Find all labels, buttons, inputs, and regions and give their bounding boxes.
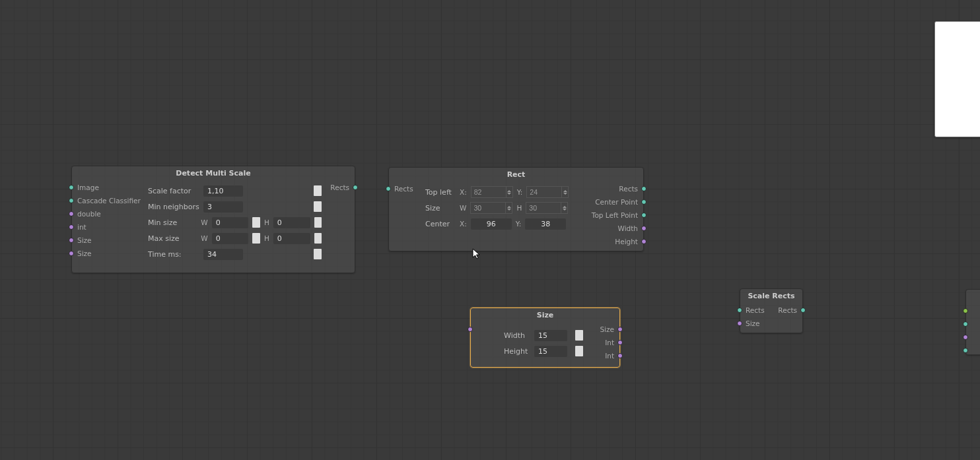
node-partial[interactable] [965,289,980,355]
input-port-rects[interactable]: Rects [737,304,765,317]
time-ms-value: 34 [203,249,243,260]
max-size-w-value[interactable]: 0 [212,233,249,244]
param-label: Scale factor [148,187,199,195]
input-port-partial-3[interactable] [963,331,968,344]
min-size-h-value[interactable]: 0 [273,217,310,228]
output-port-rects[interactable]: Rects [778,304,806,317]
output-port-height[interactable]: Height [615,235,647,248]
center-y-value: 38 [525,218,566,230]
input-port-double[interactable]: double [69,207,101,220]
pin-button[interactable] [252,233,260,244]
pin-button[interactable] [575,346,583,356]
output-port-int-1[interactable]: Int [605,336,623,349]
min-size-w-value[interactable]: 0 [212,217,249,228]
input-port-size-1[interactable]: Size [69,234,92,247]
input-port-cascade-classifier[interactable]: Cascade Classifier [69,194,141,207]
input-port-size-2[interactable]: Size [69,247,92,260]
input-port-partial-4[interactable] [963,344,968,357]
height-value[interactable]: 15 [534,346,567,357]
output-port-width[interactable]: Width [617,222,647,235]
center-x-value: 96 [471,218,512,230]
param-label: Min neighbors [148,203,199,211]
preview-panel[interactable] [934,21,980,137]
input-port-partial-2[interactable] [963,317,968,331]
pin-button[interactable] [314,185,322,196]
width-value[interactable]: 15 [534,330,567,341]
node-title: Detect Multi Scale [72,166,355,181]
max-size-h-value[interactable]: 0 [273,233,310,244]
node-rect[interactable]: Rect Rects Rects Center Point Top Left P… [388,167,644,251]
node-title: Rect [389,168,643,183]
param-label: Center [425,220,456,228]
output-port-rects[interactable]: Rects [619,182,647,195]
output-port-int-2[interactable]: Int [605,349,623,362]
input-port-size[interactable]: Size [737,317,760,330]
input-port-rects[interactable]: Rects [386,182,413,195]
pin-button[interactable] [314,201,322,212]
output-port-center-point[interactable]: Center Point [595,195,647,209]
input-port-image[interactable]: Image [69,181,99,194]
param-label: Top left [425,188,456,197]
size-w-input[interactable] [470,202,512,214]
pin-button[interactable] [314,217,322,228]
param-label: Max size [148,234,197,243]
min-neighbors-value[interactable]: 3 [203,201,243,213]
node-detect-multi-scale[interactable]: Detect Multi Scale Image Cascade Classif… [71,166,355,273]
param-label: Size [425,204,456,213]
input-port-int[interactable]: int [69,220,87,234]
input-port-partial-1[interactable] [963,304,968,317]
output-port-top-left-point[interactable]: Top Left Point [592,209,647,222]
scale-factor-value[interactable]: 1,10 [203,185,243,197]
size-h-input[interactable] [526,202,568,214]
param-label: Height [504,347,530,356]
pin-button[interactable] [314,249,322,259]
param-label: Min size [148,218,197,227]
param-label: Width [504,331,530,340]
node-title: Size [471,308,619,323]
topleft-y-input[interactable] [526,186,569,198]
pin-button[interactable] [314,233,322,244]
output-port-rects[interactable]: Rects [330,181,358,194]
topleft-x-input[interactable] [471,186,513,198]
output-port-size[interactable]: Size [600,323,623,336]
param-label: Time ms: [148,250,199,259]
node-size[interactable]: Size Size Int Int Width 15 Height 15 [470,308,620,368]
pin-button[interactable] [252,217,260,228]
node-scale-rects[interactable]: Scale Rects Rects Size Rects [740,288,803,333]
input-port-unnamed[interactable] [468,323,473,336]
pin-button[interactable] [575,330,583,341]
node-title: Scale Rects [740,289,802,304]
